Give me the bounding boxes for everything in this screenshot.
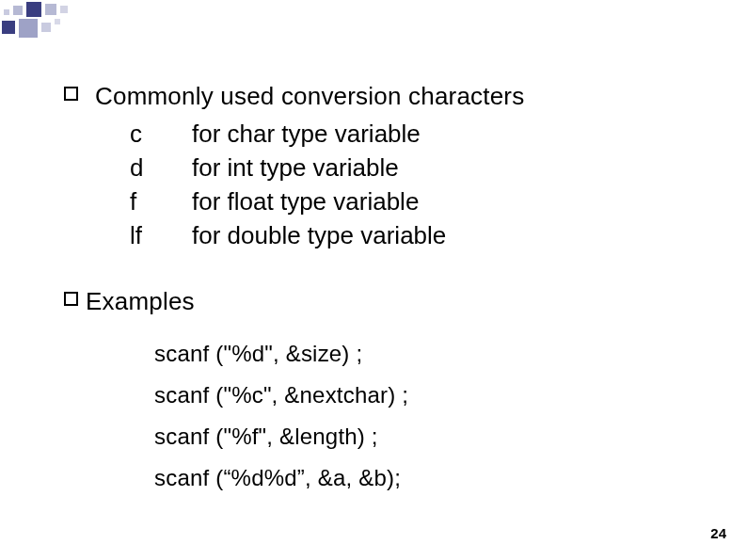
bullet-item-conversion-chars: Commonly used conversion characters bbox=[64, 79, 709, 113]
example-line: scanf ("%c", &nextchar) ; bbox=[154, 375, 709, 416]
heading-examples: Examples bbox=[86, 284, 195, 318]
conversion-table: c for char type variable d for int type … bbox=[130, 117, 709, 252]
table-row: f for float type variable bbox=[130, 184, 709, 218]
conv-key: f bbox=[130, 184, 192, 218]
conv-desc: for char type variable bbox=[192, 117, 421, 151]
bullet-item-examples: Examples bbox=[64, 284, 709, 318]
table-row: d for int type variable bbox=[130, 151, 709, 184]
example-line: scanf ("%f", &length) ; bbox=[154, 416, 709, 457]
conv-key: c bbox=[130, 117, 192, 151]
page-number: 24 bbox=[710, 525, 726, 541]
corner-decoration bbox=[0, 0, 85, 45]
heading-conversion-chars: Commonly used conversion characters bbox=[95, 79, 524, 113]
examples-list: scanf ("%d", &size) ; scanf ("%c", &next… bbox=[154, 333, 709, 499]
conv-key: lf bbox=[130, 218, 192, 252]
table-row: lf for double type variable bbox=[130, 218, 709, 252]
example-line: scanf (“%d%d”, &a, &b); bbox=[154, 457, 709, 499]
example-line: scanf ("%d", &size) ; bbox=[154, 333, 709, 375]
square-bullet-icon bbox=[64, 87, 78, 101]
table-row: c for char type variable bbox=[130, 117, 709, 151]
conv-desc: for float type variable bbox=[192, 184, 419, 218]
conv-key: d bbox=[130, 151, 192, 184]
square-bullet-icon bbox=[64, 292, 78, 306]
conv-desc: for double type variable bbox=[192, 218, 446, 252]
conv-desc: for int type variable bbox=[192, 151, 399, 184]
